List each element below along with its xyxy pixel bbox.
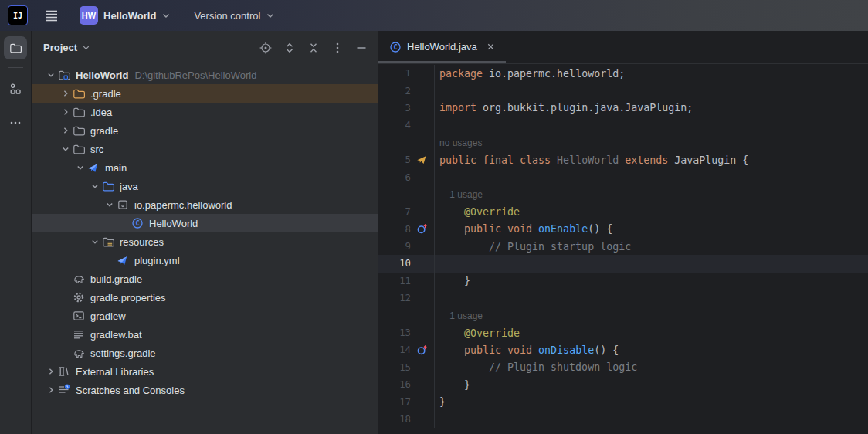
tree-item-label: gradle <box>90 125 118 137</box>
tree-item-label: External Libraries <box>76 366 154 378</box>
tree-item-resources[interactable]: resources <box>32 232 378 251</box>
code-line-12: 12 <box>378 290 868 307</box>
paper-plane-icon <box>87 162 101 174</box>
gutter-spacer <box>411 273 434 290</box>
line-number: 8 <box>378 221 411 238</box>
tree-item-src[interactable]: src <box>32 140 378 158</box>
tree-chevron-icon[interactable] <box>44 386 58 394</box>
package-icon <box>117 198 131 211</box>
inlay-hint-text: 1 usage <box>434 186 868 203</box>
code-text: } <box>434 393 868 410</box>
hide-panel-button[interactable] <box>353 39 370 56</box>
code-text <box>434 82 868 99</box>
tree-item-label: src <box>90 144 103 155</box>
code-text: public void onEnable() { <box>434 221 868 238</box>
line-number: 15 <box>378 359 411 376</box>
code-line-2: 2 <box>378 82 868 99</box>
gutter-spacer <box>411 255 434 272</box>
code-text <box>434 117 868 134</box>
tree-chevron-icon[interactable] <box>44 368 58 375</box>
tree-item-main[interactable]: main <box>32 158 378 177</box>
tree-item-io-papermc-helloworld[interactable]: io.papermc.helloworld <box>32 195 378 214</box>
structure-tool-button[interactable] <box>4 77 27 100</box>
tree-chevron-icon[interactable] <box>59 108 73 116</box>
code-text: } <box>434 376 868 393</box>
folder-resources-icon <box>102 236 116 248</box>
code-editor[interactable]: 1package io.papermc.helloworld;23import … <box>378 64 868 434</box>
tree-chevron-icon[interactable] <box>44 71 58 79</box>
gradle-icon <box>73 273 86 285</box>
tree-chevron-icon[interactable] <box>88 182 102 190</box>
code-line-6: 6 <box>378 168 868 185</box>
tree-item-helloworld[interactable]: CHelloWorld <box>32 214 378 232</box>
gold-plane-gutter-icon[interactable] <box>411 151 434 168</box>
gutter-spacer <box>411 393 434 410</box>
tree-item-java[interactable]: java <box>32 177 378 195</box>
line-number: 10 <box>378 255 411 272</box>
tree-item-settings-gradle[interactable]: settings.gradle <box>32 344 378 362</box>
intellij-logo-icon: IJ <box>8 5 28 25</box>
tab-label: HelloWorld.java <box>407 41 477 53</box>
project-view-selector[interactable]: Project <box>43 42 90 53</box>
tab-close-icon[interactable] <box>484 40 498 54</box>
tab-helloworld-java[interactable]: C HelloWorld.java <box>378 30 506 63</box>
project-avatar-badge: HW <box>80 6 98 25</box>
tree-item-external-libraries[interactable]: External Libraries <box>32 362 378 381</box>
code-text: public void onDisable() { <box>434 341 868 358</box>
code-line-4: 4 <box>378 117 868 134</box>
tree-item-label: HelloWorld <box>76 70 128 81</box>
project-widget-label: HelloWorld <box>103 10 156 22</box>
tree-chevron-icon[interactable] <box>73 164 87 171</box>
collapse-all-button[interactable] <box>305 39 322 56</box>
tree-item-gradlew[interactable]: gradlew <box>32 307 378 325</box>
tree-item-build-gradle[interactable]: build.gradle <box>32 270 378 288</box>
tree-item-gradlew-bat[interactable]: gradlew.bat <box>32 325 378 344</box>
structure-icon <box>9 83 22 95</box>
more-tool-windows-button[interactable] <box>4 111 27 134</box>
expand-all-icon <box>283 42 296 54</box>
project-panel-title: Project <box>43 42 77 53</box>
inlay-hint-row: no usages <box>378 134 868 151</box>
tree-item-helloworld[interactable]: HelloWorldD:\githubRePos\HelloWorld <box>32 66 378 84</box>
code-text: // Plugin startup logic <box>434 238 868 255</box>
project-widget[interactable]: HW HelloWorld <box>73 4 177 27</box>
code-line-13: 13 @Override <box>378 324 868 341</box>
gutter-spacer <box>411 238 434 255</box>
inlay-hint-row: 1 usage <box>378 186 868 203</box>
gradle-icon <box>73 347 86 359</box>
code-text: package io.papermc.helloworld; <box>434 65 868 82</box>
tree-chevron-icon[interactable] <box>59 90 73 97</box>
gutter-spacer <box>411 376 434 393</box>
tree-item-idea[interactable]: .idea <box>32 103 378 121</box>
paper-plane-icon <box>117 255 131 266</box>
tree-item-label: resources <box>120 236 164 248</box>
line-number: 1 <box>378 65 411 82</box>
select-opened-file-button[interactable] <box>257 39 274 56</box>
line-number: 4 <box>378 117 411 134</box>
tree-chevron-icon[interactable] <box>88 238 102 246</box>
tree-item-scratches-and-consoles[interactable]: Scratches and Consoles <box>32 381 378 399</box>
project-root-path: D:\githubRePos\HelloWorld <box>134 70 256 81</box>
gear-icon <box>73 291 86 303</box>
tree-item-gradle[interactable]: gradle <box>32 121 378 140</box>
code-line-15: 15 // Plugin shutdown logic <box>378 359 868 376</box>
folder-icon <box>73 124 86 137</box>
main-menu-button[interactable] <box>37 4 66 27</box>
tree-chevron-icon[interactable] <box>59 145 73 153</box>
override-gutter-icon[interactable] <box>411 221 434 238</box>
vcs-widget[interactable]: Version control <box>188 4 281 27</box>
folder-excluded-icon <box>73 87 86 100</box>
expand-all-button[interactable] <box>281 39 298 56</box>
tree-chevron-icon[interactable] <box>59 127 73 134</box>
gutter-spacer <box>411 359 434 376</box>
tree-chevron-icon[interactable] <box>103 201 117 209</box>
tree-item-gradle[interactable]: .gradle <box>32 84 378 103</box>
code-text: public final class HelloWorld extends Ja… <box>434 151 868 168</box>
panel-options-button[interactable] <box>329 39 346 56</box>
project-tool-button[interactable] <box>4 36 27 59</box>
tree-item-gradle-properties[interactable]: gradle.properties <box>32 288 378 307</box>
override-gutter-icon[interactable] <box>411 341 434 358</box>
tree-item-plugin-yml[interactable]: plugin.yml <box>32 251 378 270</box>
gutter-spacer <box>411 324 434 341</box>
minus-icon <box>355 42 368 54</box>
